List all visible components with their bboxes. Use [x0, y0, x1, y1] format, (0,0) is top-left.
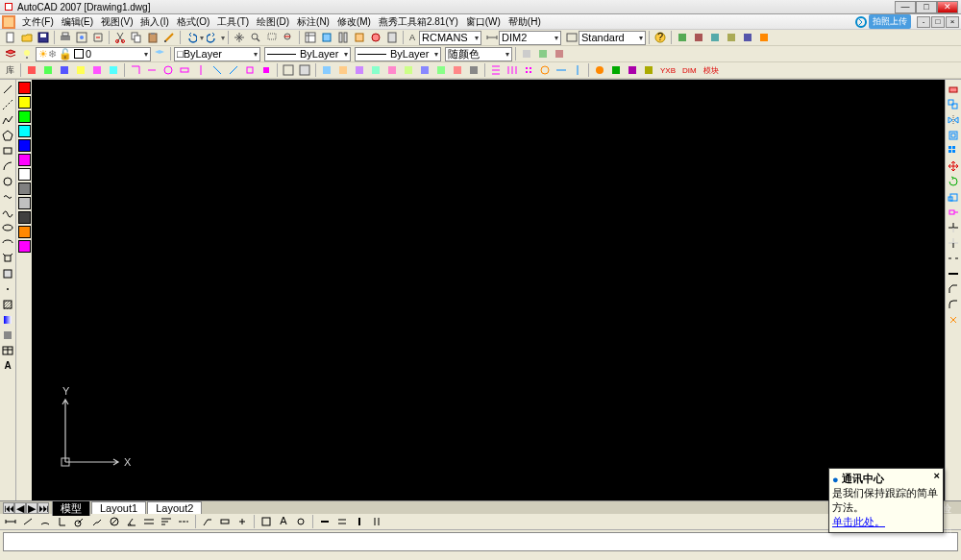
menu-window[interactable]: 窗口(W) — [462, 15, 505, 29]
layer-bulb-icon[interactable] — [19, 46, 35, 61]
hatch-tool[interactable] — [1, 297, 15, 311]
lib-b6[interactable] — [106, 62, 121, 78]
command-line[interactable] — [3, 532, 958, 551]
standard-select[interactable]: Standard — [579, 31, 646, 45]
lib-c8[interactable] — [242, 62, 258, 78]
design-center-button[interactable] — [319, 30, 334, 45]
dim-linear[interactable] — [3, 514, 18, 529]
xline-tool[interactable] — [1, 97, 15, 111]
lib-b5[interactable] — [89, 62, 105, 78]
tool-palettes-button[interactable] — [335, 30, 351, 45]
lib-g4[interactable] — [641, 62, 656, 78]
properties-button[interactable] — [303, 30, 318, 45]
lib-f3[interactable] — [521, 62, 536, 78]
color-extra1[interactable] — [18, 226, 31, 238]
maximize-button[interactable]: □ — [916, 1, 937, 13]
menu-help[interactable]: 帮助(H) — [505, 15, 545, 29]
copy-button[interactable] — [129, 30, 144, 45]
chamfer-tool[interactable] — [947, 281, 961, 296]
dim-b2[interactable] — [334, 514, 350, 529]
lib-g2[interactable] — [608, 62, 624, 78]
dim-jogged[interactable] — [89, 514, 105, 529]
t-btn-6[interactable] — [756, 30, 772, 45]
layer-select[interactable]: ☀❄🔓0 — [36, 47, 151, 61]
point-tool[interactable] — [1, 281, 15, 296]
lib-d1[interactable] — [281, 62, 296, 78]
pan-button[interactable] — [232, 30, 247, 45]
layer-props-button[interactable] — [3, 46, 18, 61]
open-button[interactable] — [19, 30, 35, 45]
dim-label[interactable]: DIM — [679, 66, 700, 75]
join-tool[interactable] — [947, 266, 961, 280]
menu-insert[interactable]: 插入(I) — [136, 15, 172, 29]
color-dkgray[interactable] — [18, 211, 31, 224]
color-extra2[interactable] — [18, 240, 31, 253]
dim-diameter[interactable] — [107, 514, 122, 529]
mirror-tool[interactable] — [947, 112, 961, 127]
trim-tool[interactable] — [947, 220, 961, 234]
dim-quick[interactable] — [141, 514, 157, 529]
arc-tool[interactable] — [1, 158, 15, 173]
lib-e2[interactable] — [335, 62, 351, 78]
yxb-label[interactable]: YXB — [657, 66, 678, 75]
menu-view[interactable]: 视图(V) — [97, 15, 136, 29]
menu-yanxiu[interactable]: 燕秀工具箱2.81(Y) — [375, 15, 462, 29]
copy-tool[interactable] — [947, 97, 961, 111]
color-gray[interactable] — [18, 183, 31, 195]
dim-angular[interactable] — [124, 514, 139, 529]
lib-c5[interactable] — [193, 62, 209, 78]
tab-prev[interactable]: ◀ — [14, 502, 26, 514]
t-btn-5[interactable] — [740, 30, 755, 45]
lib-f6[interactable] — [570, 62, 585, 78]
color-select[interactable]: □ByLayer — [174, 47, 260, 61]
lib-g1[interactable] — [592, 62, 607, 78]
menu-dimension[interactable]: 标注(N) — [293, 15, 333, 29]
publish-button[interactable] — [90, 30, 106, 45]
dim-edit[interactable] — [259, 514, 274, 529]
sync-icon[interactable] — [855, 16, 867, 28]
calc-button[interactable] — [384, 30, 400, 45]
t-btn-2[interactable] — [691, 30, 706, 45]
insert-tool[interactable] — [1, 251, 15, 265]
menu-draw[interactable]: 绘图(D) — [253, 15, 293, 29]
color-ltgray[interactable] — [18, 197, 31, 209]
layer-prev-button[interactable] — [152, 46, 167, 61]
zoom-realtime-button[interactable] — [248, 30, 263, 45]
dim-b3[interactable] — [352, 514, 367, 529]
ellipse-tool[interactable] — [1, 220, 15, 234]
lib-g3[interactable] — [625, 62, 640, 78]
cut-button[interactable] — [112, 30, 128, 45]
offset-tool[interactable] — [947, 128, 961, 142]
sheet-set-button[interactable] — [352, 30, 367, 45]
pline-tool[interactable] — [1, 112, 15, 127]
close-button[interactable]: ✕ — [937, 1, 958, 13]
paste-button[interactable] — [145, 30, 160, 45]
ellipse-arc-tool[interactable] — [1, 235, 15, 250]
polygon-tool[interactable] — [1, 128, 15, 142]
dim-b4[interactable] — [369, 514, 384, 529]
lib-f4[interactable] — [537, 62, 553, 78]
notif-link[interactable]: 单击此处。 — [832, 516, 885, 527]
tab-first[interactable]: ⏮ — [3, 502, 14, 514]
dim-tedit[interactable]: A — [276, 514, 291, 529]
notif-close[interactable]: × — [934, 470, 940, 481]
lib-b4[interactable] — [73, 62, 88, 78]
lib-e4[interactable] — [368, 62, 383, 78]
new-button[interactable] — [3, 30, 18, 45]
print-button[interactable] — [58, 30, 73, 45]
scale-tool[interactable] — [947, 189, 961, 204]
rectangle-tool[interactable] — [1, 143, 15, 158]
p3[interactable] — [552, 46, 567, 61]
stretch-tool[interactable] — [947, 205, 961, 219]
tab-last[interactable]: ⏭ — [37, 502, 49, 514]
color-cyan[interactable] — [18, 125, 31, 137]
fillet-tool[interactable] — [947, 297, 961, 311]
dim-center[interactable] — [234, 514, 250, 529]
t-btn-4[interactable] — [724, 30, 739, 45]
dim-b1[interactable] — [317, 514, 333, 529]
line-tool[interactable] — [1, 82, 15, 96]
lib-e1[interactable] — [319, 62, 334, 78]
lib-c9[interactable] — [259, 62, 274, 78]
p1[interactable] — [519, 46, 534, 61]
color-white[interactable] — [18, 168, 31, 181]
